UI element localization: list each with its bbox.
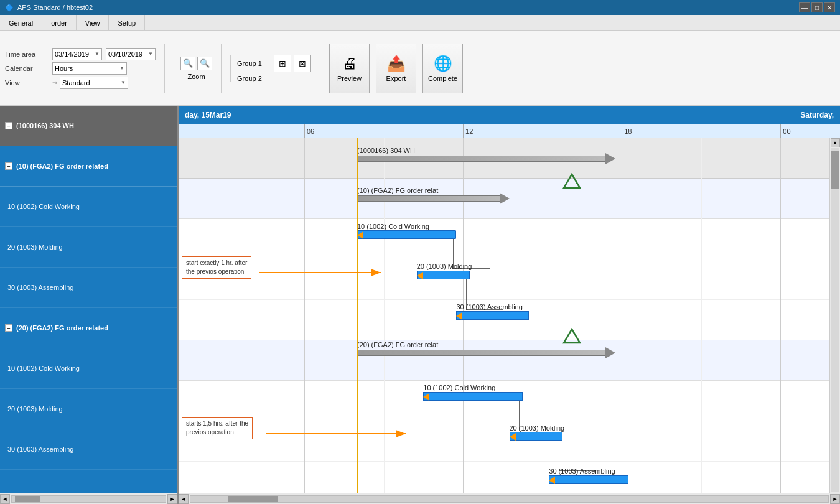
- view-dropdown-arrow: ▼: [121, 80, 126, 85]
- sidebar-row-7[interactable]: 20 (1003) Molding: [0, 389, 177, 429]
- calendar-label: Calendar: [5, 65, 49, 72]
- view-dropdown[interactable]: Standard ▼: [60, 77, 128, 89]
- calendar-arrow: ▼: [119, 65, 124, 71]
- bar-cold1: [357, 230, 456, 239]
- sidebar-row-3[interactable]: 20 (1003) Molding: [0, 227, 177, 268]
- date-to-arrow: ▼: [148, 51, 153, 57]
- constraint-cold2: [423, 393, 429, 401]
- menu-view[interactable]: View: [77, 15, 110, 30]
- sidebar-row-5[interactable]: − (20) (FGA2) FG order related: [0, 308, 177, 348]
- gantt-scroll-track[interactable]: [190, 495, 829, 503]
- maximize-button[interactable]: □: [811, 2, 823, 12]
- calendar-dropdown[interactable]: Hours ▼: [52, 62, 127, 75]
- sidebar: − (1000166) 304 WH − (10) (FGA2) FG orde…: [0, 106, 179, 493]
- sidebar-label-6: 10 (1002) Cold Working: [7, 365, 80, 372]
- menu-setup[interactable]: Setup: [109, 15, 145, 30]
- view-row: View ⇒ Standard ▼: [5, 77, 156, 89]
- preview-button[interactable]: 🖨 Preview: [329, 44, 370, 93]
- export-button[interactable]: 📤 Export: [376, 44, 416, 93]
- label-fga2-1: (10) (FGA2) FG order relat: [357, 187, 438, 194]
- sidebar-label-3: 20 (1003) Molding: [7, 243, 63, 251]
- zoom-in-button[interactable]: 🔍: [197, 57, 212, 70]
- divider2: [221, 44, 222, 93]
- orange-arrow-2: [266, 429, 409, 439]
- scroll-up-arrow[interactable]: ▲: [831, 138, 840, 147]
- sidebar-row-6[interactable]: 10 (1002) Cold Working: [0, 348, 177, 389]
- calendar-row: Calendar Hours ▼: [5, 62, 156, 75]
- group1-expand-button[interactable]: ⊞: [274, 55, 291, 72]
- bar-mold2: [510, 432, 562, 441]
- close-button[interactable]: ✕: [824, 2, 835, 12]
- current-time-line: [357, 138, 358, 493]
- tick-00: 00: [780, 124, 790, 138]
- tick-18: 18: [622, 124, 632, 138]
- zoom-buttons: 🔍 🔍: [180, 57, 212, 70]
- collapse-btn-0[interactable]: −: [5, 122, 12, 129]
- sidebar-label-1: (10) (FGA2) FG order related: [16, 162, 108, 170]
- date-from-input[interactable]: 03/14/2019 ▼: [52, 48, 102, 60]
- tooltip-2: starts 1,5 hrs. after the previos operat…: [182, 417, 253, 439]
- svg-marker-0: [564, 174, 580, 188]
- sidebar-scroll-left[interactable]: ◄: [0, 494, 10, 504]
- sidebar-row-1[interactable]: − (10) (FGA2) FG order related: [0, 146, 177, 187]
- complete-button[interactable]: 🌐 Complete: [422, 44, 463, 93]
- gantt-header: day, 15Mar19 Saturday,: [179, 106, 840, 124]
- menu-general[interactable]: General: [0, 15, 42, 30]
- scroll-thumb-v[interactable]: [831, 151, 839, 189]
- complete-label: Complete: [428, 75, 457, 82]
- export-label: Export: [386, 75, 406, 82]
- group2-row: Group 2: [237, 75, 311, 82]
- constraint-mold1: [417, 272, 423, 279]
- gantt-scroll-thumb[interactable]: [228, 496, 278, 502]
- view-arrow-icon: ⇒: [52, 79, 57, 86]
- sidebar-row-0[interactable]: − (1000166) 304 WH: [0, 106, 177, 146]
- zoom-out-button[interactable]: 🔍: [180, 57, 195, 70]
- tooltip-1: start exactly 1 hr. after the previos op…: [182, 256, 251, 279]
- gantt-header-right-text: Saturday,: [800, 111, 834, 119]
- minimize-button[interactable]: —: [799, 2, 810, 12]
- gantt-header-right: Saturday,: [800, 106, 840, 124]
- sidebar-scroll-track[interactable]: [11, 495, 166, 503]
- sidebar-scroll-right[interactable]: ►: [167, 494, 177, 504]
- collapse-btn-1[interactable]: −: [5, 162, 12, 170]
- group1-link-button[interactable]: ⊠: [294, 55, 311, 72]
- sidebar-label-8: 30 (1003) Assembling: [7, 446, 73, 453]
- tick-12: 12: [463, 124, 473, 138]
- gantt-scroll-left[interactable]: ◄: [179, 494, 189, 504]
- app-icon: 🔷: [5, 4, 14, 12]
- title-bar-controls: — □ ✕: [799, 2, 835, 12]
- sidebar-row-4[interactable]: 30 (1003) Assembling: [0, 268, 177, 308]
- sidebar-label-4: 30 (1003) Assembling: [7, 284, 73, 291]
- gantt-row-2: [179, 219, 840, 259]
- gantt-row-8: [179, 462, 840, 493]
- label-asm1: 30 (1003) Assembling: [456, 303, 522, 310]
- view-label: View: [5, 79, 49, 86]
- sidebar-label-0: (1000166) 304 WH: [16, 122, 74, 129]
- connector-m2-a2: [559, 440, 596, 471]
- gantt-row-5: [179, 340, 840, 381]
- milestone-1: [562, 173, 581, 190]
- constraint-mold2: [510, 433, 516, 441]
- date-to-input[interactable]: 03/18/2019 ▼: [106, 48, 156, 60]
- gantt-header-left: day, 15Mar19: [185, 111, 231, 119]
- svg-marker-3: [564, 329, 580, 343]
- date-from-arrow: ▼: [95, 51, 100, 57]
- gantt-scroll-right[interactable]: ►: [830, 494, 840, 504]
- label-fga2-2: (20) (FGA2) FG order relat: [357, 341, 438, 348]
- scroll-track-v: [831, 148, 839, 492]
- gantt-time-axis: 06 12 18 00: [179, 124, 840, 138]
- orange-arrow-1: [259, 268, 384, 278]
- sidebar-row-2[interactable]: 10 (1002) Cold Working: [0, 187, 177, 227]
- scrollbar-right[interactable]: ▲ ▼: [829, 138, 840, 493]
- divider3: [320, 44, 320, 93]
- label-cold1: 10 (1002) Cold Working: [357, 223, 429, 230]
- timearea-label: Time area: [5, 50, 49, 58]
- menu-order[interactable]: order: [42, 15, 77, 30]
- divider1: [164, 44, 165, 93]
- group1-row: Group 1 ⊞ ⊠: [237, 55, 311, 72]
- sidebar-row-8[interactable]: 30 (1003) Assembling: [0, 429, 177, 470]
- bar-mold1: [417, 271, 470, 279]
- constraint-asm1: [456, 312, 462, 320]
- collapse-btn-5[interactable]: −: [5, 324, 12, 332]
- sidebar-scroll-thumb[interactable]: [15, 496, 40, 502]
